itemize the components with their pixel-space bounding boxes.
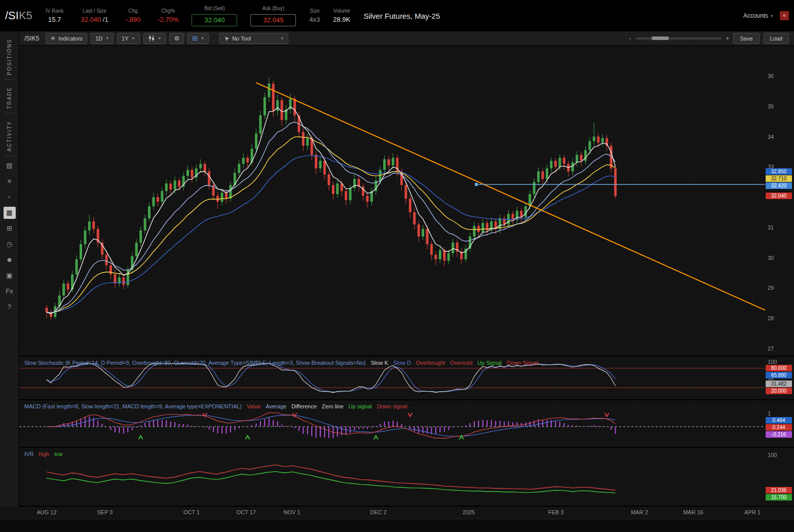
chevron-down-icon: ▼	[201, 36, 204, 40]
ivr-panel[interactable]	[19, 448, 765, 506]
chevron-down-icon: ▼	[280, 36, 284, 40]
volume-field: Volume 28.9K	[333, 8, 350, 23]
price-tick-27: 27	[768, 346, 774, 352]
size-value: 4x3	[309, 16, 320, 23]
last-size-suffix: /1	[101, 16, 108, 23]
macd-badge-0.244: 0.244	[766, 424, 792, 431]
zoom-in-button[interactable]: +	[726, 34, 730, 42]
stoch-badge-20.000: 20.000	[766, 388, 792, 394]
pane-divider	[19, 399, 794, 400]
candles	[46, 78, 617, 321]
ask-box[interactable]: Ask (Buy) 32.045	[250, 6, 296, 26]
chart-type-dropdown[interactable]: ▼	[143, 33, 166, 44]
chg-pct-number: -2.70%	[158, 16, 178, 23]
layout-grid-dropdown[interactable]: ⊞▼	[187, 33, 209, 44]
macd-label-legend-average: Average	[266, 403, 286, 409]
pane-divider	[19, 506, 794, 507]
stoch-badge-80.000: 80.000	[766, 365, 792, 371]
accounts-dropdown[interactable]: Accounts▾	[743, 12, 773, 19]
sidebar-tab-positions[interactable]: POSITIONS	[7, 39, 12, 75]
sidebar-separator	[4, 156, 15, 156]
zoom-slider[interactable]	[635, 37, 722, 40]
zoom-slider-handle[interactable]	[652, 36, 669, 40]
zoom-out-button[interactable]: -	[629, 34, 631, 42]
pane-divider	[19, 447, 794, 448]
grid-icon: ⊞	[192, 34, 198, 42]
iv-rank-number: 15.7	[48, 16, 61, 23]
stoch-label-legend-slow-k: Slow K	[371, 360, 388, 366]
drawing-tool-dropdown[interactable]: ➤ No Tool ▼	[219, 33, 288, 44]
calendar-icon[interactable]: ▣	[4, 270, 16, 282]
clock-icon[interactable]: ◷	[4, 238, 16, 250]
macd-label-legend-down-signal: Down signal	[377, 403, 407, 409]
community-icon[interactable]: ☻	[4, 254, 16, 266]
bid-price-button[interactable]: 32.040	[192, 14, 237, 26]
save-button[interactable]: Save	[733, 33, 759, 44]
help-icon[interactable]: ?	[4, 301, 16, 313]
iv-rank-value: 15.7	[48, 16, 61, 23]
chart-settings-button[interactable]: ⚙	[169, 33, 184, 44]
indicators-label: Indicators	[58, 35, 83, 42]
price-tick-28: 28	[768, 315, 774, 321]
time-label-mar-2: MAR 2	[631, 509, 648, 515]
time-label-oct-17: OCT 17	[237, 509, 256, 515]
chg-pct-label: Chg%	[161, 8, 175, 14]
ivr-badge-15.700: 15.700	[766, 494, 792, 501]
pane-divider	[19, 356, 794, 357]
contract-title: Silver Futures, May-25	[363, 12, 440, 20]
chevron-down-icon: ▼	[132, 36, 135, 40]
last-size-field: Last / Size32.040 /1	[81, 8, 108, 23]
chg-number: -.890	[126, 16, 141, 23]
price-chart[interactable]	[19, 46, 765, 356]
macd-label-legend-up-signal: Up signal	[349, 403, 372, 409]
load-button[interactable]: Load	[764, 33, 789, 44]
fx-icon[interactable]: Fx	[4, 285, 16, 297]
time-axis[interactable]: AUG 12SEP 3OCT 1OCT 17NOV 1DEC 22025FEB …	[0, 507, 794, 519]
ema-21-line	[47, 137, 616, 313]
chevron-down-icon: ▼	[158, 36, 162, 40]
chg-value: -.890	[126, 16, 141, 23]
sidebar-tab-trade[interactable]: TRADE	[7, 87, 12, 109]
time-label-aug-12: AUG 12	[36, 509, 56, 515]
price-axis[interactable]: 3635343332313029282710050110032.85032.71…	[765, 46, 794, 519]
ivr-label[interactable]: IVRhighlow	[24, 451, 63, 457]
stoch-label-legend-down-signal: Down Signal	[507, 360, 538, 366]
hline-anchor[interactable]	[475, 183, 478, 186]
ivr-high-line	[47, 465, 616, 490]
ema-34-line	[47, 156, 616, 313]
last-size-value: 32.040 /1	[81, 16, 108, 23]
trading-platform-window: /SIK5 IV Rank15.7Last / Size32.040 /1Chg…	[0, 0, 794, 532]
ivr-tick-100: 100	[768, 452, 777, 458]
trade-panel-icon[interactable]: ▫	[4, 191, 16, 203]
range-dropdown[interactable]: 1Y▼	[117, 33, 139, 44]
stoch-label[interactable]: Slow Stochastic (K Period=14, D Period=9…	[24, 360, 538, 366]
quote-fields: IV Rank15.7Last / Size32.040 /1Chg-.890C…	[46, 8, 179, 23]
bid-box[interactable]: Bid (Sell) 32.040	[192, 6, 237, 26]
ask-label: Ask (Buy)	[262, 6, 284, 11]
sidebar-tab-activity[interactable]: ACTIVITY	[7, 121, 12, 151]
timeframe-dropdown[interactable]: 1D▼	[91, 33, 114, 44]
ask-price-button[interactable]: 32.045	[250, 14, 296, 26]
macd-label[interactable]: MACD (Fast length=8, Slow length=21, MAC…	[24, 403, 407, 409]
panel-collapse-button[interactable]: «	[780, 11, 789, 20]
volume-value: 28.9K	[333, 16, 350, 23]
left-sidebar: POSITIONSTRADEACTIVITY▤≡▫▦⊞◷☻▣Fx?	[0, 31, 19, 532]
trendline[interactable]	[256, 83, 765, 310]
price-badge-32.850: 32.850	[766, 168, 792, 175]
cursor-pointer-icon: ➤	[222, 34, 231, 43]
symbol-root: /SI	[5, 9, 19, 22]
grid-layout-icon[interactable]: ⊞	[4, 222, 16, 235]
iv-rank-field: IV Rank15.7	[46, 8, 64, 23]
macd-up-signal-arrow	[374, 436, 378, 439]
macd-label-title: MACD (Fast length=8, Slow length=21, MAC…	[24, 403, 242, 409]
stoch-label-title: Slow Stochastic (K Period=14, D Period=9…	[24, 360, 366, 366]
ivr-badge-21.036: 21.036	[766, 487, 792, 493]
stoch-badge-65.880: 65.880	[766, 372, 792, 378]
candlestick-chart-icon	[148, 35, 155, 42]
symbol-ticker[interactable]: /SIK5	[5, 9, 32, 22]
monitor-icon[interactable]: ▤	[4, 160, 16, 172]
indicators-button[interactable]: ✳Indicators	[46, 33, 87, 44]
ivr-label-legend-high: high	[39, 451, 49, 457]
charts-icon[interactable]: ▦	[4, 207, 16, 219]
orders-icon[interactable]: ≡	[4, 175, 16, 187]
